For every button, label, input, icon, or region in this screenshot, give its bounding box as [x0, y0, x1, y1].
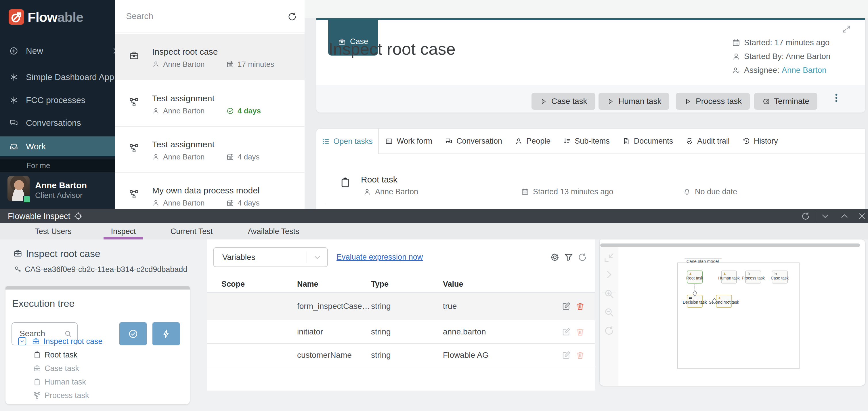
list-search-input[interactable]: [125, 11, 276, 21]
list-item[interactable]: Inspect root caseAnne Barton17 minutes: [115, 34, 305, 80]
diagram-node-decision-task[interactable]: Decision task: [687, 295, 703, 308]
inspect-tab-current-test[interactable]: Current Test: [170, 223, 213, 239]
briefcase-icon: [32, 337, 40, 345]
trash-icon[interactable]: [575, 327, 585, 337]
sidebar-section-for-me: For me: [0, 159, 115, 172]
chevron-up-icon[interactable]: [839, 211, 849, 221]
list-item-title: My own data process model: [152, 186, 260, 196]
tree-node-human-task[interactable]: Human task: [5, 376, 217, 388]
evaluate-expression-link[interactable]: Evaluate expression now: [337, 247, 423, 267]
variable-row[interactable]: initiatorstringanne.barton: [207, 320, 595, 344]
flowable-logo: Flowable: [9, 9, 106, 25]
cell-name: initiator: [297, 327, 323, 336]
assignee-link[interactable]: Anne Barton: [782, 66, 827, 75]
list-search-row: [115, 0, 305, 33]
tab-open-tasks[interactable]: Open tasks: [316, 129, 379, 154]
edit-icon[interactable]: [561, 301, 571, 311]
edit-icon[interactable]: [561, 327, 571, 337]
diagram-node-second-root-task[interactable]: Second root task: [716, 295, 732, 308]
plus-circle-icon: [9, 46, 19, 56]
tab-audit-trail[interactable]: Audit trail: [679, 129, 736, 153]
list-item[interactable]: Test assignmentAnne Barton4 days: [115, 81, 305, 127]
trash-icon[interactable]: [575, 301, 585, 311]
sidebar-item-simple-dashboard-app[interactable]: Simple Dashboard App: [0, 69, 115, 86]
diagram-node-human-task[interactable]: Human task: [721, 270, 737, 284]
inspect-tab-available-tests[interactable]: Available Tests: [248, 223, 299, 239]
zoom-out-icon[interactable]: [603, 306, 615, 318]
refresh-icon[interactable]: [577, 252, 588, 263]
edit-icon[interactable]: [561, 350, 571, 360]
expand-icon[interactable]: [841, 24, 851, 34]
tree-node-inspect-root-case[interactable]: Inspect root case: [5, 335, 216, 347]
terminate-icon: [762, 97, 770, 105]
list-item-assignee: Anne Barton: [152, 60, 205, 69]
cell-value: Flowable AG: [443, 351, 489, 360]
sidebar-item-fcc-processes[interactable]: FCC processes: [0, 92, 115, 109]
chevron-right-icon[interactable]: [603, 269, 615, 280]
list-item[interactable]: Test assignmentAnne Barton4 days: [115, 127, 305, 173]
scrollbar[interactable]: [5, 286, 190, 290]
gear-icon[interactable]: [550, 252, 560, 263]
flag-icon: [747, 272, 751, 276]
trash-icon[interactable]: [575, 350, 585, 360]
task-started: Started 13 minutes ago: [521, 187, 613, 196]
tab-conversation[interactable]: Conversation: [439, 129, 508, 153]
case-action-strip: Case taskHuman taskProcess taskTerminate: [316, 85, 865, 113]
chat-icon: [445, 137, 453, 145]
variable-row[interactable]: form_inspectCase…stringtrue: [207, 292, 595, 320]
list-item-title: Test assignment: [152, 140, 215, 149]
tab-work-form[interactable]: Work form: [379, 129, 439, 153]
diagram-node-case-task[interactable]: Case task: [772, 270, 788, 284]
tab-documents[interactable]: Documents: [616, 129, 680, 153]
refresh-icon[interactable]: [801, 211, 810, 221]
case-info-row: Started By: Anne Barton: [732, 52, 830, 61]
tree-node-case-task[interactable]: Case task: [5, 363, 217, 374]
crosshair-icon[interactable]: [74, 211, 83, 221]
sidebar-item-new[interactable]: New: [0, 42, 115, 59]
case-header-card: Case Inspect root case Started: 17 minut…: [316, 18, 865, 113]
case-content-card: Open tasksWork formConversationPeopleSub…: [316, 129, 865, 209]
more-actions-icon[interactable]: [831, 92, 842, 104]
person-icon: [152, 60, 160, 68]
inspect-tab-test-users[interactable]: Test Users: [35, 223, 72, 239]
person-icon: [732, 52, 740, 61]
action-button-terminate[interactable]: Terminate: [754, 93, 817, 110]
variable-row[interactable]: customerNamestringFlowable AG: [207, 344, 595, 367]
cell-type: string: [371, 351, 391, 360]
asterisk-icon: [9, 72, 19, 82]
sidebar-user[interactable]: Anne Barton Client Advisor: [0, 172, 115, 209]
diagram-node-process-task[interactable]: Process task: [745, 270, 761, 284]
close-icon[interactable]: [857, 211, 867, 221]
process-icon: [129, 189, 139, 200]
tab-people[interactable]: People: [508, 129, 557, 153]
open-task-title[interactable]: Root task: [361, 175, 398, 184]
zoom-in-icon[interactable]: [603, 288, 615, 300]
list-refresh-icon[interactable]: [287, 11, 298, 22]
tree-node-root-task[interactable]: Root task: [5, 349, 217, 361]
refresh-icon[interactable]: [603, 325, 615, 336]
sidebar-item-work[interactable]: Work: [0, 137, 115, 156]
grid-icon: [688, 296, 692, 300]
tab-sub-items[interactable]: Sub-items: [557, 129, 616, 153]
tree-node-process-task[interactable]: Process task: [5, 390, 217, 401]
diagram-node-root-task[interactable]: Root task: [687, 270, 703, 284]
sidebar-item-conversations[interactable]: Conversations: [0, 115, 115, 131]
list-item-title: Test assignment: [152, 93, 215, 103]
list-item-assignee: Anne Barton: [152, 152, 205, 162]
execution-tree-title: Execution tree: [12, 298, 74, 309]
case-tabs: Open tasksWork formConversationPeopleSub…: [316, 129, 865, 154]
inspect-title: Flowable Inspect: [8, 209, 70, 223]
fit-screen-icon[interactable]: [603, 252, 615, 263]
user-name: Anne Barton: [35, 180, 87, 190]
chevron-down-icon[interactable]: [820, 211, 830, 221]
action-button-case-task[interactable]: Case task: [531, 93, 595, 110]
calendar-icon: [226, 153, 234, 161]
funnel-icon[interactable]: [563, 252, 574, 263]
action-button-process-task[interactable]: Process task: [676, 93, 750, 110]
scrollbar[interactable]: [600, 243, 860, 247]
action-button-human-task[interactable]: Human task: [598, 93, 669, 110]
variables-select[interactable]: Variables: [213, 247, 328, 267]
task-due-date: No due date: [683, 187, 737, 196]
tab-history[interactable]: History: [736, 129, 784, 153]
case-id[interactable]: CAS-ea36f0e9-cb2c-11ea-b314-c2cd9dbabadd: [25, 265, 187, 274]
